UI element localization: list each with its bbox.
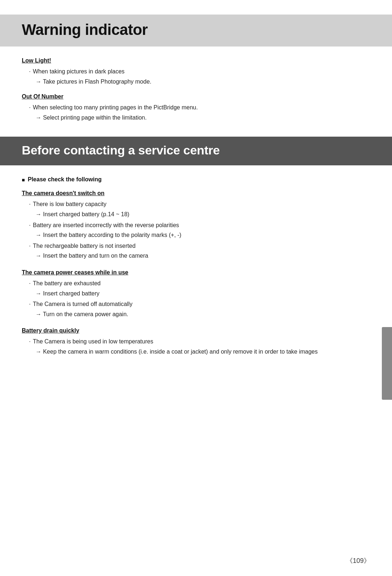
side-scrollbar	[382, 327, 392, 400]
low-light-bullet: When taking pictures in dark places	[29, 67, 370, 76]
camera-power-ceases-label: The camera power ceases while in use	[22, 269, 370, 276]
warning-indicator-section-out-of-number: Out Of Number When selecting too many pr…	[22, 93, 370, 122]
subsection-battery-drain: Battery drain quickly The Camera is bein…	[22, 327, 370, 356]
battery-drain-arrow-1: → Keep the camera in warm conditions (i.…	[36, 347, 370, 357]
page-number: 《109》	[346, 556, 370, 565]
warning-indicator-header: Warning indicator	[0, 15, 392, 47]
camera-no-switch-arrow-3: → Insert the battery and turn on the cam…	[36, 251, 370, 261]
camera-no-switch-arrow-1: → Insert charged battery (p.14 ~ 18)	[36, 210, 370, 219]
service-centre-title: Before contacting a service centre	[22, 143, 370, 157]
out-of-number-bullet: When selecting too many printing pages i…	[29, 103, 370, 112]
camera-power-ceases-arrow-1: → Insert charged battery	[36, 289, 370, 298]
out-of-number-arrow: → Select printing page within the limita…	[36, 113, 370, 122]
camera-power-ceases-arrow-2: → Turn on the camera power again.	[36, 310, 370, 319]
camera-no-switch-bullet-1: There is low battery capacity	[29, 200, 370, 209]
camera-no-switch-label: The camera doesn't switch on	[22, 190, 370, 197]
please-check-label: Please check the following	[22, 176, 370, 183]
warning-indicator-section-lowlight: Low Light! When taking pictures in dark …	[22, 57, 370, 86]
subsection-camera-power-ceases: The camera power ceases while in use The…	[22, 269, 370, 319]
subsection-camera-no-switch: The camera doesn't switch on There is lo…	[22, 190, 370, 261]
battery-drain-label: Battery drain quickly	[22, 327, 370, 334]
warning-indicator-title: Warning indicator	[22, 21, 370, 39]
battery-drain-bullet-1: The Camera is being used in low temperat…	[29, 337, 370, 346]
camera-power-ceases-bullet-1: The battery are exhausted	[29, 279, 370, 288]
camera-no-switch-bullet-3: The rechargeable battery is not inserted	[29, 241, 370, 251]
camera-no-switch-bullet-2: Battery are inserted incorrectly with th…	[29, 221, 370, 230]
service-centre-header: Before contacting a service centre	[0, 137, 392, 165]
out-of-number-label: Out Of Number	[22, 93, 370, 100]
low-light-arrow: → Take pictures in Flash Photography mod…	[36, 77, 370, 86]
camera-no-switch-arrow-2: → Insert the battery according to the po…	[36, 230, 370, 240]
camera-power-ceases-bullet-2: The Camera is turned off automatically	[29, 299, 370, 309]
low-light-label: Low Light!	[22, 57, 370, 64]
